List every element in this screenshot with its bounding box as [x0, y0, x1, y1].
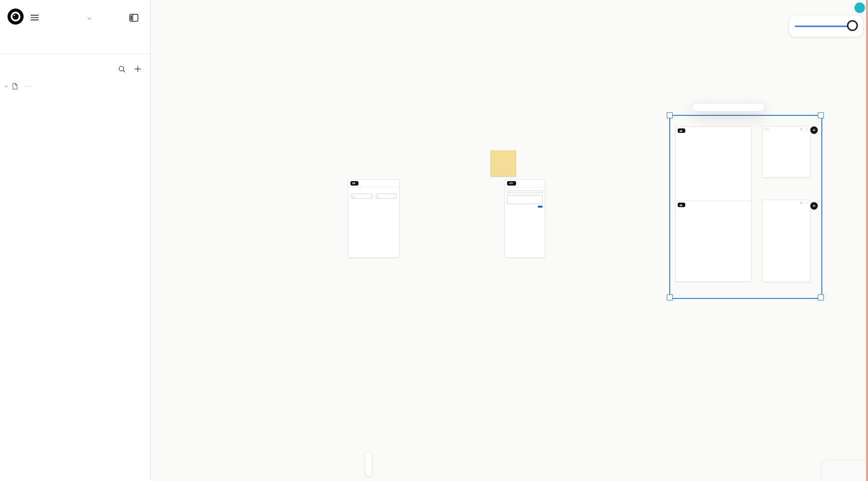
presentation-slider-panel	[789, 16, 863, 37]
clock-icon	[800, 128, 803, 130]
chart-cell-pill[interactable]	[678, 128, 685, 133]
add-cell-button[interactable]: +	[810, 202, 818, 210]
chart-icon	[680, 129, 682, 132]
slider-track[interactable]	[795, 26, 854, 27]
chart-cell-pill[interactable]	[678, 203, 685, 207]
divider	[0, 54, 150, 54]
chart-card-ratio[interactable]: ⋮	[762, 200, 811, 282]
apply-button[interactable]	[538, 206, 543, 208]
app-window: ⋈ ⌄ ⌄ </>	[0, 0, 868, 481]
sidebar	[0, 0, 151, 481]
join-cell-pill[interactable]: ⋈	[350, 181, 358, 186]
sidebar-item-files[interactable]	[4, 80, 146, 92]
code-icon: </>	[509, 182, 513, 185]
selection-handle-se[interactable]	[818, 294, 824, 300]
app-logo[interactable]	[7, 8, 24, 25]
card-menu-icon[interactable]: ⋮	[805, 201, 809, 204]
chevron-down-icon	[87, 16, 92, 21]
expression-input[interactable]	[507, 195, 543, 204]
card-menu-icon[interactable]: ⋮	[805, 127, 809, 130]
chart-icon	[680, 204, 682, 206]
selection-handle-nw[interactable]	[667, 112, 673, 118]
join-settings-card[interactable]: ⋈ ⌄ ⌄	[348, 179, 400, 258]
chart-card-mass-ratio[interactable]	[675, 201, 752, 282]
chart-card-mass-gdp[interactable]	[675, 126, 752, 206]
clock-icon	[800, 202, 803, 204]
canvas-toolbar	[365, 452, 371, 476]
context-menu	[692, 103, 765, 112]
chevron-left-icon[interactable]	[822, 470, 834, 471]
page-selector[interactable]	[84, 13, 92, 24]
join-left-field-select[interactable]: ⌄	[351, 194, 372, 199]
selection-handle-ne[interactable]	[818, 112, 824, 118]
chart-card-us-gdp[interactable]: ⋮	[762, 126, 811, 178]
derive-cell-pill[interactable]: </>	[507, 181, 516, 186]
join-right-field-select[interactable]: ⌄	[376, 194, 397, 199]
chevron-down-icon	[4, 84, 9, 89]
derive-settings-card[interactable]: </>	[505, 179, 545, 258]
alias-input[interactable]	[507, 191, 543, 193]
selection-handle-sw[interactable]	[667, 294, 673, 300]
join-icon: ⋈	[352, 182, 355, 185]
slider-knob[interactable]	[847, 20, 858, 31]
line-chart-ratio	[765, 209, 808, 268]
avatar[interactable]	[854, 2, 865, 14]
collaborator-edge-indicator	[866, 0, 868, 481]
chart-result-tab[interactable]	[764, 128, 769, 130]
toggle-sidebar-icon[interactable]	[129, 13, 139, 25]
sticky-note[interactable]	[490, 150, 516, 177]
line-chart-us-gdp	[765, 140, 808, 166]
hamburger-menu-icon[interactable]	[29, 12, 40, 23]
duckdb-badge	[24, 85, 32, 87]
add-data-icon[interactable]	[134, 65, 142, 75]
search-icon[interactable]	[117, 65, 126, 75]
zoom-control	[822, 461, 868, 481]
add-cell-button[interactable]: +	[810, 126, 818, 134]
file-icon	[12, 83, 18, 90]
